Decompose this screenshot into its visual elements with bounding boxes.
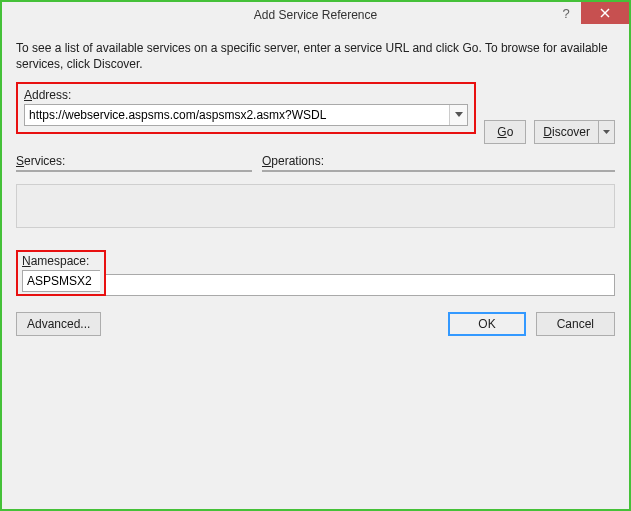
titlebar-buttons: ?: [551, 2, 629, 24]
status-area: [16, 184, 615, 228]
operations-list[interactable]: [262, 170, 615, 172]
ok-button[interactable]: OK: [448, 312, 525, 336]
go-button[interactable]: GGoo: [484, 120, 526, 144]
chevron-down-icon: [603, 130, 610, 135]
discover-button[interactable]: DiscoverDiscover: [534, 120, 599, 144]
address-dropdown-button[interactable]: [449, 105, 467, 125]
intro-text: To see a list of available services on a…: [16, 40, 615, 72]
cancel-button[interactable]: Cancel: [536, 312, 615, 336]
address-row: Address: GGoo DiscoverDiscover: [16, 82, 615, 144]
chevron-down-icon: [455, 112, 463, 118]
namespace-input-right[interactable]: [106, 274, 615, 296]
namespace-label: Namespace:: [22, 254, 100, 268]
address-input[interactable]: [25, 105, 449, 125]
help-button[interactable]: ?: [551, 2, 581, 24]
namespace-row: Namespace:: [16, 250, 615, 296]
address-highlight: Address:: [16, 82, 476, 134]
operations-label: Operations:: [262, 154, 615, 168]
namespace-input-left[interactable]: [22, 270, 100, 292]
titlebar: Add Service Reference ?: [2, 2, 629, 28]
discover-split-button[interactable]: DiscoverDiscover: [534, 120, 615, 144]
window-title: Add Service Reference: [2, 8, 629, 22]
operations-column: Operations:: [262, 154, 615, 172]
address-label: Address:: [24, 88, 468, 102]
dialog-content: To see a list of available services on a…: [2, 28, 629, 509]
dialog-buttons: Advanced... OK Cancel: [16, 312, 615, 336]
close-button[interactable]: [581, 2, 629, 24]
advanced-button[interactable]: Advanced...: [16, 312, 101, 336]
namespace-highlight: Namespace:: [16, 250, 106, 296]
lists-row: Services: Operations:: [16, 154, 615, 172]
close-icon: [600, 8, 610, 18]
discover-dropdown[interactable]: [599, 120, 615, 144]
dialog-window: Add Service Reference ? To see a list of…: [0, 0, 631, 511]
services-column: Services:: [16, 154, 252, 172]
address-combo[interactable]: [24, 104, 468, 126]
services-list[interactable]: [16, 170, 252, 172]
services-label: Services:: [16, 154, 252, 168]
